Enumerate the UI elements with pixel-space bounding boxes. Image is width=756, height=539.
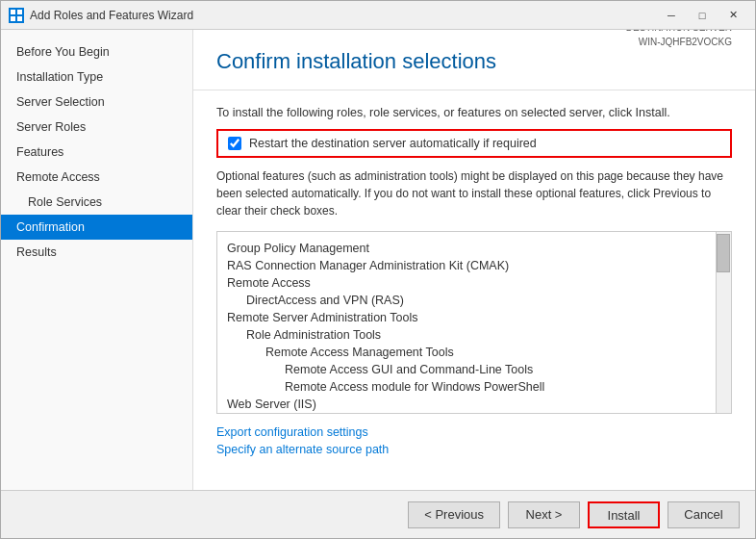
sidebar: Before You Begin Installation Type Serve…: [1, 30, 193, 490]
close-button[interactable]: ✕: [718, 6, 747, 25]
minimize-button[interactable]: ─: [657, 6, 686, 25]
restart-checkbox-label: Restart the destination server automatic…: [249, 137, 537, 150]
content-area: Before You Begin Installation Type Serve…: [1, 30, 755, 490]
list-item: Role Administration Tools: [227, 326, 721, 344]
export-config-link[interactable]: Export configuration settings: [216, 425, 732, 439]
destination-server-name: WIN-JQHFB2VOCKG: [639, 37, 732, 47]
svg-rect-0: [11, 10, 15, 14]
window-title: Add Roles and Features Wizard: [30, 9, 657, 22]
list-item: Web Server (IIS): [227, 396, 721, 413]
main-panel: DESTINATION SERVER WIN-JQHFB2VOCKG Confi…: [193, 30, 755, 490]
list-item: Remote Access Management Tools: [227, 344, 721, 361]
window-controls: ─ □ ✕: [657, 6, 747, 25]
sidebar-item-before-you-begin[interactable]: Before You Begin: [1, 39, 192, 64]
footer: < Previous Next > Install Cancel: [1, 490, 755, 538]
next-button[interactable]: Next >: [508, 501, 580, 528]
list-item: Remote Access module for Windows PowerSh…: [227, 378, 721, 396]
main-body: To install the following roles, role ser…: [193, 90, 755, 490]
page-title: Confirm installation selections: [216, 49, 732, 74]
restart-checkbox-container: Restart the destination server automatic…: [216, 129, 732, 158]
sidebar-item-role-services[interactable]: Role Services: [1, 190, 192, 215]
sidebar-item-features[interactable]: Features: [1, 140, 192, 165]
previous-button[interactable]: < Previous: [408, 501, 500, 528]
list-item: RAS Connection Manager Administration Ki…: [227, 257, 721, 274]
app-icon: [9, 8, 24, 23]
destination-server-label: DESTINATION SERVER: [626, 30, 732, 33]
sidebar-item-results[interactable]: Results: [1, 240, 192, 265]
sidebar-item-server-selection[interactable]: Server Selection: [1, 90, 192, 115]
features-list: Group Policy Management RAS Connection M…: [216, 231, 732, 414]
sidebar-item-confirmation[interactable]: Confirmation: [1, 215, 192, 240]
svg-rect-2: [11, 16, 15, 21]
title-bar: Add Roles and Features Wizard ─ □ ✕: [1, 1, 755, 30]
svg-rect-1: [17, 10, 22, 14]
list-item: Remote Access: [227, 274, 721, 292]
wizard-window: Add Roles and Features Wizard ─ □ ✕ Befo…: [0, 0, 756, 539]
optional-features-text: Optional features (such as administratio…: [216, 167, 732, 219]
list-item: Remote Access GUI and Command-Line Tools: [227, 361, 721, 378]
instruction-text: To install the following roles, role ser…: [216, 106, 732, 119]
sidebar-item-installation-type[interactable]: Installation Type: [1, 64, 192, 90]
cancel-button[interactable]: Cancel: [668, 501, 740, 528]
scrollbar-thumb[interactable]: [717, 234, 730, 272]
list-item: Group Policy Management: [227, 240, 721, 257]
links-section: Export configuration settings Specify an…: [216, 425, 732, 456]
destination-server-info: DESTINATION SERVER WIN-JQHFB2VOCKG: [626, 30, 732, 49]
alternate-source-link[interactable]: Specify an alternate source path: [216, 443, 732, 456]
main-header: DESTINATION SERVER WIN-JQHFB2VOCKG Confi…: [193, 30, 755, 90]
list-item: Remote Server Administration Tools: [227, 309, 721, 326]
list-item: DirectAccess and VPN (RAS): [227, 292, 721, 309]
sidebar-item-server-roles[interactable]: Server Roles: [1, 115, 192, 140]
maximize-button[interactable]: □: [688, 6, 717, 25]
install-button[interactable]: Install: [588, 501, 660, 528]
restart-checkbox[interactable]: [228, 137, 241, 150]
sidebar-item-remote-access[interactable]: Remote Access: [1, 165, 192, 190]
svg-rect-3: [17, 16, 22, 21]
scrollbar[interactable]: [716, 232, 731, 413]
